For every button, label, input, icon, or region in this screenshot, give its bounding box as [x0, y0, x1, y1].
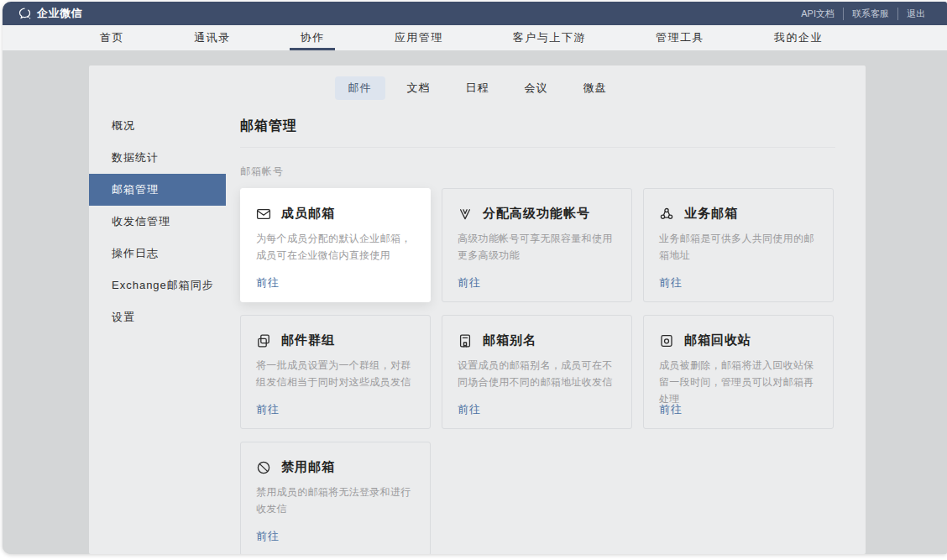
feature-card-business-mailbox[interactable]: 业务邮箱 业务邮箱是可供多人共同使用的邮箱地址 前往	[643, 188, 834, 302]
card-title: 成员邮箱	[281, 206, 335, 222]
topbar: 企业微信 API文档联系客服退出	[3, 2, 947, 25]
go-link-premium-account[interactable]: 前往	[458, 275, 481, 290]
card-description: 设置成员的邮箱别名，成员可在不同场合使用不同的邮箱地址收发信	[458, 358, 616, 391]
sidebar-item-data-statistics[interactable]: 数据统计	[89, 142, 226, 174]
subtab-meeting[interactable]: 会议	[511, 76, 562, 100]
feature-card-member-mailbox[interactable]: 成员邮箱 为每个成员分配的默认企业邮箱，成员可在企业微信内直接使用 前往	[240, 188, 431, 302]
subtab-calendar[interactable]: 日程	[453, 76, 503, 100]
nav-item-collaboration[interactable]: 协作	[301, 25, 325, 50]
body-row: 概况数据统计邮箱管理收发信管理操作日志Exchange邮箱同步设置 邮箱管理 邮…	[89, 107, 866, 554]
subtab-mail[interactable]: 邮件	[335, 76, 385, 100]
card-description: 禁用成员的邮箱将无法登录和进行收发信	[256, 484, 415, 518]
card-title: 禁用邮箱	[281, 459, 335, 475]
topbar-link-api-docs[interactable]: API文档	[793, 8, 843, 20]
subtabs: 邮件文档日程会议微盘	[89, 65, 866, 107]
card-title: 分配高级功能帐号	[483, 206, 590, 222]
shared-people-icon	[659, 207, 674, 222]
feature-card-premium-account[interactable]: 分配高级功能帐号 高级功能帐号可享无限容量和使用更多高级功能 前往	[442, 188, 632, 302]
card-header: 业务邮箱	[659, 206, 818, 222]
vip-v-icon	[458, 207, 473, 222]
sidebar-item-mailbox-management[interactable]: 邮箱管理	[89, 174, 226, 206]
sidebar-item-exchange-sync[interactable]: Exchange邮箱同步	[89, 270, 226, 301]
topbar-links: API文档联系客服退出	[793, 8, 925, 20]
topbar-link-contact-support[interactable]: 联系客服	[843, 8, 897, 20]
card-header: 成员邮箱	[256, 206, 415, 222]
subtab-drive[interactable]: 微盘	[570, 76, 620, 100]
card-title: 邮箱回收站	[684, 332, 751, 348]
ban-icon	[256, 460, 271, 475]
section-label: 邮箱帐号	[240, 165, 835, 179]
card-title: 邮件群组	[281, 332, 335, 348]
feature-card-mailbox-recycle-bin[interactable]: 邮箱回收站 成员被删除，邮箱将进入回收站保留一段时间，管理员可以对邮箱再处理 前…	[643, 315, 834, 429]
card-description: 将一批成员设置为一个群组，对群组发信相当于同时对这些成员发信	[256, 358, 415, 391]
go-link-mailbox-recycle-bin[interactable]: 前往	[659, 402, 683, 417]
card-header: 邮件群组	[256, 332, 415, 348]
nav-item-home[interactable]: 首页	[100, 25, 124, 50]
mail-icon	[256, 207, 271, 222]
card-header: 邮箱别名	[458, 332, 616, 348]
go-link-disabled-mailbox[interactable]: 前往	[256, 529, 280, 544]
nav-item-app-management[interactable]: 应用管理	[395, 25, 443, 50]
wechat-work-logo[interactable]: 企业微信	[18, 6, 82, 21]
wechat-work-logo-icon	[18, 7, 32, 21]
sidebar-item-settings[interactable]: 设置	[89, 301, 226, 333]
nav-item-admin-tools[interactable]: 管理工具	[656, 25, 704, 50]
sidebar-item-operation-log[interactable]: 操作日志	[89, 238, 226, 270]
subtab-docs[interactable]: 文档	[394, 76, 444, 100]
sidebar: 概况数据统计邮箱管理收发信管理操作日志Exchange邮箱同步设置	[89, 107, 226, 333]
card-description: 高级功能帐号可享无限容量和使用更多高级功能	[458, 231, 616, 264]
logo-text: 企业微信	[37, 6, 82, 21]
go-link-mailbox-alias[interactable]: 前往	[458, 402, 481, 417]
doc-bookmark-icon	[458, 333, 473, 348]
nav-item-customers-upstream-downstream[interactable]: 客户与上下游	[513, 25, 586, 50]
card-header: 禁用邮箱	[256, 459, 415, 475]
card-description: 业务邮箱是可供多人共同使用的邮箱地址	[659, 231, 818, 264]
sidebar-item-overview[interactable]: 概况	[89, 110, 226, 142]
app-window: 企业微信 API文档联系客服退出 首页通讯录协作应用管理客户与上下游管理工具我的…	[3, 2, 947, 554]
go-link-mail-group[interactable]: 前往	[256, 402, 280, 417]
nav-item-contacts[interactable]: 通讯录	[194, 25, 231, 50]
nav-item-my-company[interactable]: 我的企业	[774, 25, 823, 50]
feature-card-mailbox-alias[interactable]: 邮箱别名 设置成员的邮箱别名，成员可在不同场合使用不同的邮箱地址收发信 前往	[442, 315, 632, 429]
recycle-box-icon	[659, 333, 674, 348]
card-grid: 成员邮箱 为每个成员分配的默认企业邮箱，成员可在企业微信内直接使用 前往 分配高…	[240, 188, 835, 554]
card-description: 成员被删除，邮箱将进入回收站保留一段时间，管理员可以对邮箱再处理	[659, 358, 818, 407]
go-link-business-mailbox[interactable]: 前往	[659, 275, 683, 290]
feature-card-disabled-mailbox[interactable]: 禁用邮箱 禁用成员的邮箱将无法登录和进行收发信 前往	[240, 442, 431, 554]
group-copy-icon	[256, 333, 271, 348]
primary-nav: 首页通讯录协作应用管理客户与上下游管理工具我的企业	[3, 25, 947, 50]
content-background: 邮件文档日程会议微盘 概况数据统计邮箱管理收发信管理操作日志Exchange邮箱…	[3, 50, 947, 554]
card-header: 分配高级功能帐号	[458, 206, 616, 222]
card-header: 邮箱回收站	[659, 332, 818, 348]
card-description: 为每个成员分配的默认企业邮箱，成员可在企业微信内直接使用	[256, 231, 415, 264]
content-panel: 邮件文档日程会议微盘 概况数据统计邮箱管理收发信管理操作日志Exchange邮箱…	[89, 65, 866, 554]
go-link-member-mailbox[interactable]: 前往	[256, 275, 280, 290]
title-divider	[240, 147, 835, 148]
page-title: 邮箱管理	[240, 116, 835, 136]
sidebar-item-send-receive-management[interactable]: 收发信管理	[89, 206, 226, 238]
feature-card-mail-group[interactable]: 邮件群组 将一批成员设置为一个群组，对群组发信相当于同时对这些成员发信 前往	[240, 315, 431, 429]
card-title: 业务邮箱	[684, 206, 738, 222]
topbar-link-logout[interactable]: 退出	[897, 8, 925, 20]
main-content: 邮箱管理 邮箱帐号 成员邮箱 为每个成员分配的默认企业邮箱，成员可在企业微信内直…	[226, 107, 866, 554]
card-title: 邮箱别名	[483, 332, 536, 348]
